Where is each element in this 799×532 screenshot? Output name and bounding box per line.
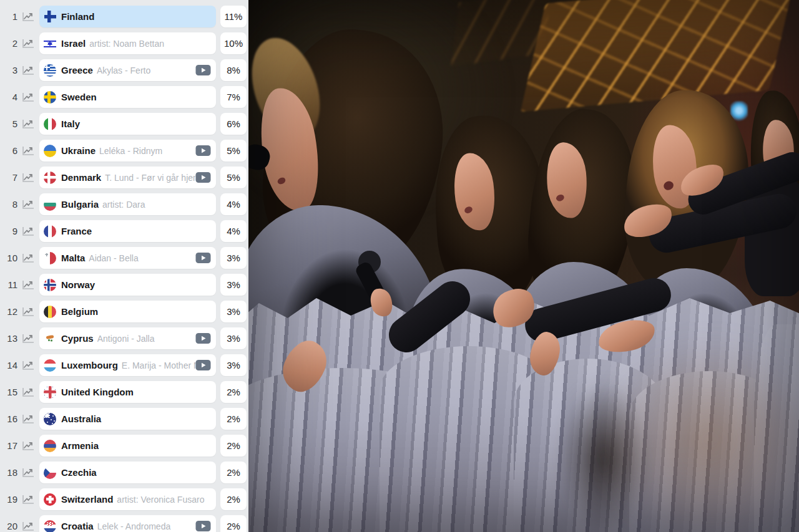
trend-chart-icon[interactable] [20,520,36,532]
country-name: Cyprus [61,333,94,344]
country-card[interactable]: France [39,220,216,242]
country-card[interactable]: Luxembourg E. Marija - Mother Nature [39,354,216,376]
trend-chart-icon[interactable] [20,144,36,158]
video-play-button[interactable] [195,172,211,183]
rank-cell: 13 [0,332,39,346]
rank-cell: 11 [0,278,39,292]
video-play-button[interactable] [195,360,211,370]
ranking-row: 9 France 4% [0,220,247,242]
country-name: Bulgaria [61,199,99,210]
rank-number: 17 [4,440,17,451]
rank-number: 9 [4,226,17,236]
trend-chart-glyph [22,146,34,156]
rank-cell: 5 [0,117,39,131]
trend-chart-icon[interactable] [20,493,36,506]
artist-name: Lelek - Andromeda [97,521,195,531]
trend-chart-icon[interactable] [20,251,36,265]
video-play-button[interactable] [195,145,211,156]
trend-chart-glyph [22,521,34,531]
video-play-button[interactable] [195,521,211,531]
rank-number: 6 [4,145,17,156]
country-card[interactable]: Italy [39,113,216,135]
ranking-row: 3 Greece Akylas - Ferto 8% [0,59,247,81]
rank-number: 3 [4,65,17,75]
country-card[interactable]: Switzerland artist: Veronica Fusaro [39,488,216,510]
country-card[interactable]: Malta Aidan - Bella [39,247,216,269]
country-name: Belgium [61,306,98,317]
percent-box: 5% [220,167,247,188]
trend-chart-icon[interactable] [20,385,36,399]
trend-chart-glyph [22,173,34,183]
rank-cell: 18 [0,466,39,480]
video-play-button[interactable] [195,65,211,75]
trend-chart-icon[interactable] [20,305,36,319]
rank-cell: 8 [0,198,39,211]
percent-box: 3% [220,247,247,269]
country-card[interactable]: Denmark T. Lund - Før vi går hjem [39,167,216,188]
country-card[interactable]: Bulgaria artist: Dara [39,193,216,215]
country-card[interactable]: Czechia [39,462,216,483]
country-card[interactable]: Finland [39,6,216,27]
rank-number: 1 [4,11,17,22]
trend-chart-icon[interactable] [20,439,36,453]
rank-number: 8 [4,199,17,210]
country-card[interactable]: Norway [39,274,216,296]
video-play-icon [195,172,211,183]
trend-chart-icon[interactable] [20,171,36,185]
trend-chart-glyph [22,414,34,424]
country-card[interactable]: Cyprus Antigoni - Jalla [39,327,216,349]
trend-chart-glyph [22,387,34,397]
rank-number: 13 [4,333,17,344]
ranking-row: 16 Australia 2% [0,408,247,430]
ranking-row: 13 Cyprus Antigoni - Jalla 3% [0,327,247,349]
trend-chart-icon[interactable] [20,412,36,426]
percent-box: 3% [220,301,247,322]
country-card[interactable]: Ukraine Leléka - Ridnym [39,140,216,162]
country-card[interactable]: Greece Akylas - Ferto [39,59,216,81]
ranking-row: 6 Ukraine Leléka - Ridnym 5% [0,140,247,162]
country-card[interactable]: Australia [39,408,216,430]
percent-box: 4% [220,193,247,215]
percent-box: 10% [220,32,247,54]
video-play-button[interactable] [195,333,211,344]
trend-chart-icon[interactable] [20,198,36,211]
video-play-icon [195,333,211,344]
country-name: Ukraine [61,145,96,156]
stage-photo [248,0,799,532]
country-name: Greece [61,65,93,75]
country-card[interactable]: Sweden [39,86,216,108]
trend-chart-icon[interactable] [20,90,36,104]
trend-chart-icon[interactable] [20,64,36,77]
trend-chart-glyph [22,92,34,102]
artist-name: Aidan - Bella [89,253,195,263]
video-play-button[interactable] [195,253,211,263]
trend-chart-icon[interactable] [20,466,36,480]
trend-chart-icon[interactable] [20,10,36,24]
ranking-row: 11 Norway 3% [0,274,247,296]
rank-cell: 15 [0,385,39,399]
trend-chart-icon[interactable] [20,359,36,372]
rank-number: 14 [4,360,17,370]
trend-chart-icon[interactable] [20,278,36,292]
country-card[interactable]: Croatia Lelek - Andromeda [39,515,216,532]
trend-chart-glyph [22,65,34,75]
percent-box: 8% [220,59,247,81]
country-card[interactable]: Belgium [39,301,216,322]
country-card[interactable]: Armenia [39,435,216,457]
trend-chart-glyph [22,226,34,236]
trend-chart-glyph [22,441,34,451]
video-play-icon [195,253,211,263]
percent-box: 2% [220,488,247,510]
trend-chart-icon[interactable] [20,332,36,346]
flag-cyprus-icon [44,332,56,345]
amber-lattice-light [521,0,795,112]
country-card[interactable]: United Kingdom [39,381,216,403]
country-card[interactable]: Israel artist: Noam Bettan [39,32,216,54]
trend-chart-icon[interactable] [20,225,36,238]
rank-number: 15 [4,387,17,397]
artist-name: T. Lund - Før vi går hjem [105,173,195,183]
artist-name: E. Marija - Mother Nature [122,360,195,370]
trend-chart-icon[interactable] [20,117,36,131]
trend-chart-icon[interactable] [20,37,36,51]
video-play-icon [195,65,211,75]
